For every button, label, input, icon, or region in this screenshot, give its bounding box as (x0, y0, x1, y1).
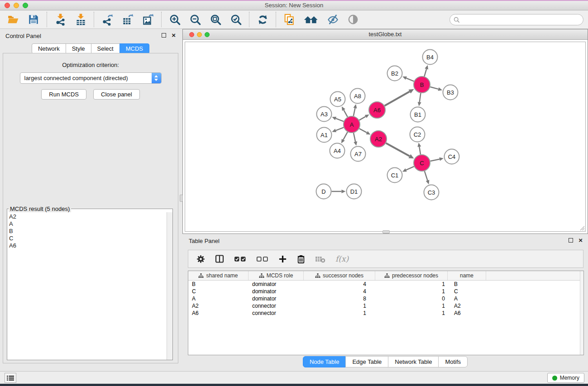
export-table-button[interactable] (121, 13, 134, 26)
resize-grip-icon[interactable] (579, 225, 585, 231)
graph-node-B3[interactable]: B3 (443, 85, 458, 100)
export-image-button[interactable] (141, 13, 155, 26)
table-row[interactable]: A2connector11A2 (188, 302, 583, 310)
graph-edge-A-A4[interactable] (343, 132, 348, 140)
graph-node-A8[interactable]: A8 (350, 89, 365, 104)
graph-node-C2[interactable]: C2 (410, 127, 425, 142)
mcds-result-item[interactable]: A (7, 220, 166, 228)
graph-node-C[interactable]: C (414, 155, 430, 171)
import-network-button[interactable] (53, 13, 67, 26)
graph-node-D1[interactable]: D1 (347, 184, 362, 199)
graph-edge-A-A5[interactable] (344, 110, 347, 117)
graph-edge-C-C4[interactable] (430, 159, 440, 161)
tab-motifs[interactable]: Motifs (438, 356, 468, 367)
close-panel-icon[interactable]: × (578, 238, 583, 243)
minimize-window-button[interactable] (14, 3, 19, 8)
close-window-button[interactable] (5, 3, 10, 8)
deselect-all-button[interactable] (256, 256, 268, 262)
tab-node-table[interactable]: Node Table (303, 356, 346, 367)
graph-edge-A-A7[interactable] (354, 133, 355, 142)
graph-edge-C-C2[interactable] (419, 147, 421, 154)
mcds-result-scrollbar[interactable] (167, 212, 172, 360)
graph-edge-A2-C[interactable] (386, 143, 410, 156)
graph-edge-A-A2[interactable] (359, 129, 367, 133)
tab-edge-table[interactable]: Edge Table (345, 356, 388, 367)
network-canvas[interactable]: B4B2BB3B1A5A8A3A6AA1A4A7A2C2CC4C1C3DD1 (185, 42, 586, 232)
column-header-shared-name[interactable]: shared name (188, 271, 249, 280)
float-panel-icon[interactable] (569, 238, 573, 243)
task-history-button[interactable] (5, 373, 16, 383)
table-row[interactable]: Bdominator41B (188, 281, 583, 288)
delete-column-button[interactable] (297, 254, 305, 263)
graph-node-A2[interactable]: A2 (370, 131, 387, 147)
function-builder-button[interactable]: f(x) (335, 254, 349, 263)
graph-edge-A-A8[interactable] (354, 108, 355, 116)
mcds-result-item[interactable]: B (7, 228, 166, 235)
tab-select[interactable]: Select (91, 43, 120, 54)
graph-node-C4[interactable]: C4 (445, 149, 459, 164)
graph-edge-B-B2[interactable] (406, 78, 414, 81)
close-panel-button[interactable]: Close panel (93, 89, 140, 100)
graph-edge-A-A1[interactable] (336, 128, 344, 131)
graph-node-B1[interactable]: B1 (411, 107, 425, 122)
show-column-button[interactable] (215, 254, 224, 263)
tab-network-table[interactable]: Network Table (388, 356, 439, 367)
horizontal-divider[interactable] (382, 230, 390, 234)
fullscreen-window-button[interactable] (23, 3, 28, 8)
tab-mcds[interactable]: MCDS (120, 43, 149, 54)
column-header-MCDS-role[interactable]: MCDS role (249, 271, 304, 280)
zoom-fit-button[interactable] (209, 13, 222, 26)
graph-edge-C-C1[interactable] (406, 167, 414, 170)
add-column-button[interactable] (278, 255, 287, 263)
network-zoom-button[interactable] (205, 32, 210, 37)
table-row[interactable]: Adominator80A (188, 295, 583, 302)
graph-node-B2[interactable]: B2 (387, 66, 402, 81)
graph-node-A5[interactable]: A5 (330, 92, 345, 107)
graph-edge-B-B3[interactable] (430, 87, 438, 89)
graph-edge-A6-B[interactable] (385, 91, 410, 105)
search-input[interactable] (462, 17, 579, 23)
close-panel-icon[interactable]: × (172, 33, 176, 38)
graph-node-A4[interactable]: A4 (330, 143, 345, 158)
mcds-result-item[interactable]: A6 (7, 242, 166, 249)
refresh-layout-button[interactable] (256, 13, 269, 26)
hide-graphics-details-button[interactable] (326, 13, 339, 26)
mcds-result-item[interactable]: A2 (7, 213, 166, 220)
zoom-out-button[interactable] (188, 13, 202, 26)
graph-node-A1[interactable]: A1 (317, 128, 332, 143)
column-header-successor-nodes[interactable]: successor nodes (304, 271, 375, 280)
graph-node-B[interactable]: B (414, 76, 430, 93)
column-header-name[interactable]: name (448, 271, 486, 280)
graph-node-C1[interactable]: C1 (387, 168, 402, 183)
mcds-result-item[interactable]: C (7, 235, 166, 242)
float-panel-icon[interactable] (162, 33, 166, 38)
criterion-dropdown[interactable]: largest connected component (directed) (20, 72, 162, 84)
graph-node-A3[interactable]: A3 (317, 107, 332, 122)
show-graphics-details-button[interactable] (346, 13, 360, 26)
select-all-button[interactable] (234, 256, 246, 262)
graph-edge-A-A3[interactable] (336, 119, 344, 122)
table-row[interactable]: Cdominator41C (188, 288, 583, 295)
graph-edge-B-B4[interactable] (424, 69, 426, 76)
table-settings-button[interactable] (196, 255, 205, 263)
graph-node-A7[interactable]: A7 (351, 147, 366, 162)
column-header-predecessor-nodes[interactable]: predecessor nodes (375, 271, 448, 280)
graph-node-A6[interactable]: A6 (369, 102, 385, 118)
tab-style[interactable]: Style (66, 43, 91, 54)
graph-node-C3[interactable]: C3 (424, 185, 439, 200)
tab-network[interactable]: Network (32, 43, 66, 54)
zoom-in-button[interactable] (168, 13, 182, 26)
graph-edge-A-A6[interactable] (359, 116, 365, 120)
search-box[interactable] (449, 14, 583, 25)
graph-edge-B-B1[interactable] (420, 93, 421, 102)
export-network-button[interactable] (100, 13, 114, 26)
network-minimize-button[interactable] (197, 32, 202, 37)
network-close-button[interactable] (189, 32, 194, 37)
graph-node-D[interactable]: D (316, 184, 331, 199)
copy-network-button[interactable] (282, 13, 296, 26)
import-table-button[interactable] (74, 13, 87, 26)
memory-button[interactable]: Memory (547, 373, 584, 383)
table-scrollbar[interactable] (580, 271, 583, 355)
open-session-button[interactable] (6, 13, 20, 26)
graph-node-B4[interactable]: B4 (423, 50, 438, 65)
